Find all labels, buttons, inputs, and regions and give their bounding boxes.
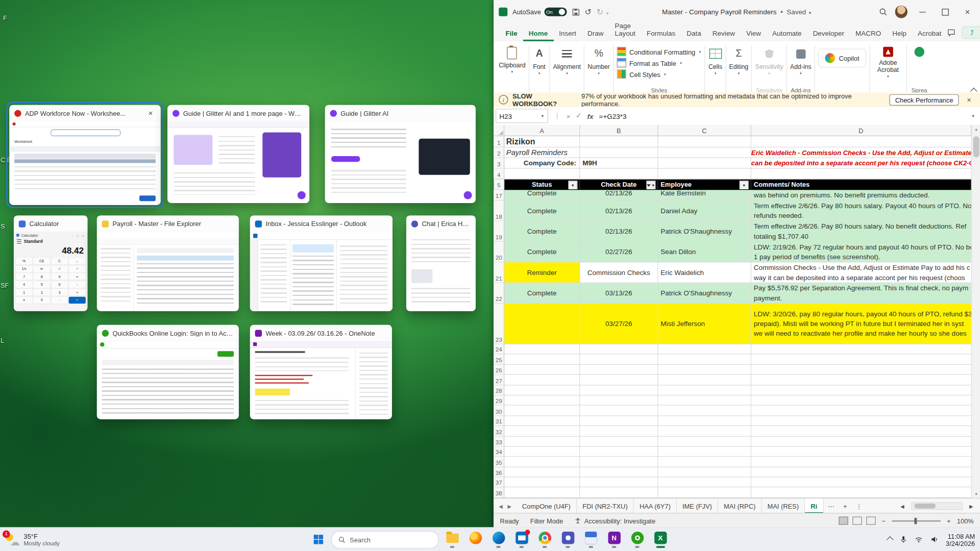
header-employee[interactable]: Employee ▼ — [658, 179, 751, 190]
empty-cell[interactable] — [751, 467, 971, 478]
empty-cell[interactable] — [504, 446, 580, 457]
empty-cell[interactable] — [580, 406, 658, 416]
sensitivity-button[interactable]: Sensitivity ▼ — [755, 44, 783, 75]
search-input[interactable]: Search — [331, 531, 438, 548]
maximize-button[interactable] — [938, 6, 952, 18]
sheet-tab[interactable]: HAA (6Y7) — [634, 498, 677, 513]
comments-icon[interactable] — [947, 29, 955, 37]
calc-key[interactable]: CE — [33, 257, 50, 264]
calc-key[interactable]: 4 — [16, 281, 33, 287]
taskview-window-glitter-1[interactable]: Guide | Glitter AI — [325, 105, 476, 203]
adobe-acrobat-button[interactable]: Adobe Acrobat ▼ — [873, 44, 903, 78]
empty-cell[interactable] — [580, 426, 658, 436]
filter-dropdown-icon[interactable]: ▼ — [740, 181, 749, 190]
page-layout-view-icon[interactable] — [852, 517, 862, 525]
employee-cell[interactable]: Patrick O'Shaughnessy — [658, 221, 751, 241]
empty-cell[interactable] — [504, 436, 580, 446]
tab-acrobat[interactable]: Acrobat — [912, 26, 947, 41]
taskbar-icon-outlook[interactable] — [512, 530, 531, 549]
tab-help[interactable]: Help — [887, 26, 912, 41]
empty-cell[interactable] — [751, 457, 971, 467]
taskbar-icon-firefox[interactable] — [466, 530, 485, 549]
calc-key[interactable]: x² — [33, 265, 50, 272]
autosave-switch[interactable]: On — [544, 8, 567, 16]
empty-cell[interactable] — [658, 446, 751, 457]
calc-key[interactable]: = — [69, 296, 86, 303]
close-warning-icon[interactable]: × — [963, 95, 975, 104]
employee-cell[interactable]: Kate Bernstein — [658, 190, 751, 201]
empty-cell[interactable] — [658, 365, 751, 375]
empty-cell[interactable] — [504, 375, 580, 385]
scroll-right-icon[interactable]: ▶ — [965, 503, 977, 509]
redo-icon[interactable]: ↻ ▼ — [597, 7, 609, 16]
desktop-icon-label[interactable]: S — [1, 223, 5, 230]
employee-cell[interactable]: Patrick O'Shaughnessy — [658, 283, 751, 304]
save-icon[interactable] — [572, 8, 580, 16]
spreadsheet-addin-button[interactable] — [914, 44, 924, 57]
empty-cell[interactable] — [658, 375, 751, 385]
empty-cell[interactable] — [658, 385, 751, 395]
microphone-icon[interactable] — [899, 535, 908, 543]
row-number[interactable]: 5 — [494, 179, 504, 190]
scroll-down-icon[interactable]: ▼ — [972, 490, 980, 498]
new-sheet-icon[interactable]: + — [839, 498, 851, 513]
calc-key[interactable]: × — [69, 273, 86, 280]
row-number[interactable]: 37 — [494, 478, 504, 488]
empty-cell[interactable] — [580, 385, 658, 395]
taskview-window-outlook[interactable]: Inbox - Jessica Esslinger - Outlook — [250, 215, 393, 311]
number-button[interactable]: % Number ▼ — [587, 44, 610, 75]
tab-page-layout[interactable]: Page Layout — [609, 19, 641, 41]
cells-button[interactable]: Cells ▼ — [708, 44, 722, 75]
calc-key[interactable]: ← — [69, 257, 86, 264]
taskview-window-file-explorer[interactable]: Payroll - Master - File Explorer — [97, 215, 239, 311]
start-button[interactable] — [310, 531, 327, 547]
select-all-corner[interactable] — [494, 125, 504, 136]
more-sheets-icon[interactable]: ⋯ — [823, 498, 839, 513]
sheet-tab-active[interactable]: Ri — [805, 498, 823, 513]
date-cell[interactable]: 03/13/26 — [580, 283, 658, 304]
horizontal-scrollbar[interactable] — [911, 502, 962, 510]
empty-cell[interactable] — [658, 344, 751, 355]
status-cell[interactable] — [504, 304, 580, 344]
calc-key[interactable]: 3 — [51, 289, 68, 295]
sheet-tab[interactable]: CompOne (U4F) — [517, 498, 577, 513]
sheet-tab[interactable]: MAI (RES) — [762, 498, 805, 513]
sheet-tab[interactable]: IME (FJV) — [677, 498, 718, 513]
empty-cell[interactable] — [504, 488, 580, 498]
taskview-window-calculator[interactable]: Calculator Calculator – □ × Standard 48.… — [14, 215, 87, 311]
empty-cell[interactable] — [504, 385, 580, 395]
calc-key[interactable]: C — [51, 257, 68, 264]
employee-cell[interactable]: Sean Dillon — [658, 242, 751, 262]
taskview-window-adp[interactable]: ADP Workforce Now - Workshee... × Worksh… — [9, 105, 160, 205]
filter-dropdown-icon[interactable]: ▼ — [568, 181, 577, 190]
empty-cell[interactable] — [658, 457, 751, 467]
accessibility-status[interactable]: Accessibility: Investigate — [574, 517, 655, 524]
empty-cell[interactable] — [658, 436, 751, 446]
empty-cell[interactable] — [580, 478, 658, 488]
tab-review[interactable]: Review — [707, 26, 741, 41]
share-icon[interactable]: ⤴ — [962, 26, 980, 38]
row-number[interactable]: 2 — [494, 147, 504, 158]
empty-cell[interactable] — [751, 478, 971, 488]
empty-cell[interactable] — [504, 355, 580, 365]
conditional-formatting-button[interactable]: Conditional Formatting ▼ — [617, 47, 701, 56]
window-thumbnail[interactable] — [325, 121, 476, 203]
taskbar-clock[interactable]: 11:08 AM 3/24/2026 — [946, 532, 975, 547]
empty-cell[interactable] — [580, 344, 658, 355]
addins-button[interactable]: Add-ins ▼ — [790, 44, 812, 75]
saved-status[interactable]: Saved — [787, 8, 806, 16]
notes-cell[interactable]: LDW: 3/20/26, pay 80 regular hours, payo… — [751, 304, 971, 344]
empty-cell[interactable] — [751, 355, 971, 365]
empty-cell[interactable] — [658, 488, 751, 498]
tab-formulas[interactable]: Formulas — [641, 26, 681, 41]
red-note-line[interactable]: Eric Waidelich - Commission Checks - Use… — [751, 147, 971, 158]
calc-key[interactable]: 2 — [33, 289, 50, 295]
row-number[interactable]: 35 — [494, 457, 504, 467]
window-thumbnail[interactable] — [97, 341, 239, 419]
date-cell[interactable]: 02/13/26 — [580, 190, 658, 201]
tab-draw[interactable]: Draw — [582, 26, 609, 41]
empty-cell[interactable] — [580, 365, 658, 375]
tab-view[interactable]: View — [741, 26, 767, 41]
empty-cell[interactable] — [580, 446, 658, 457]
empty-cell[interactable] — [504, 416, 580, 426]
